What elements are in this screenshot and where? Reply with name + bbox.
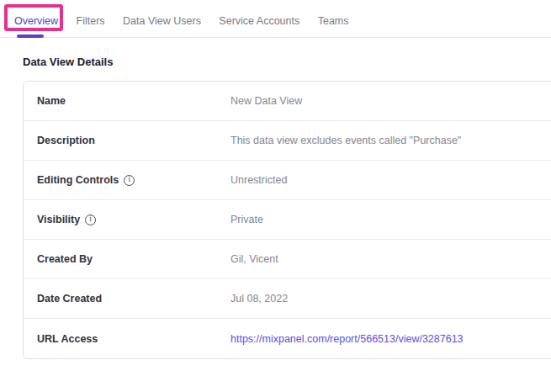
row-label: Name [37, 95, 66, 107]
row-value: This data view excludes events called "P… [230, 135, 461, 146]
row-value: Private [230, 214, 263, 225]
tab-filters[interactable]: Filters [77, 15, 105, 27]
tab-teams[interactable]: Teams [318, 15, 349, 27]
table-row-description: Description This data view excludes even… [24, 121, 551, 161]
row-value: Gil, Vicent [230, 253, 278, 265]
tab-data-view-users[interactable]: Data View Users [123, 15, 201, 27]
row-label: Visibility [37, 214, 80, 225]
tab-bar: Overview Filters Data View Users Service… [0, 0, 551, 38]
tab-overview[interactable]: Overview [14, 15, 58, 27]
row-label: Description [37, 135, 95, 146]
table-row-visibility: Visibility i Private [24, 200, 551, 240]
row-label: Editing Controls [37, 174, 119, 186]
settings-page: Overview Filters Data View Users Service… [0, 0, 551, 359]
table-row-date-created: Date Created Jul 08, 2022 [24, 279, 551, 319]
info-icon[interactable]: i [124, 175, 135, 186]
row-value: Unrestricted [230, 174, 287, 186]
row-label: Created By [37, 253, 93, 265]
table-row-url-access: URL Access https://mixpanel.com/report/5… [24, 319, 551, 358]
table-row-created-by: Created By Gil, Vicent [24, 240, 551, 279]
tab-service-accounts[interactable]: Service Accounts [219, 15, 299, 27]
info-icon[interactable]: i [85, 215, 96, 225]
active-tab-underline [17, 34, 44, 38]
table-row-editing-controls: Editing Controls i Unrestricted [24, 161, 551, 200]
row-label: URL Access [37, 333, 98, 345]
row-value: New Data View [230, 95, 302, 107]
table-row-name: Name New Data View [24, 82, 551, 121]
data-view-url-link[interactable]: https://mixpanel.com/report/566513/view/… [230, 333, 464, 345]
page-title: Data View Details [23, 56, 551, 68]
row-label: Date Created [37, 293, 102, 305]
details-card: Name New Data View Description This data… [23, 81, 551, 359]
row-value: Jul 08, 2022 [230, 293, 288, 305]
